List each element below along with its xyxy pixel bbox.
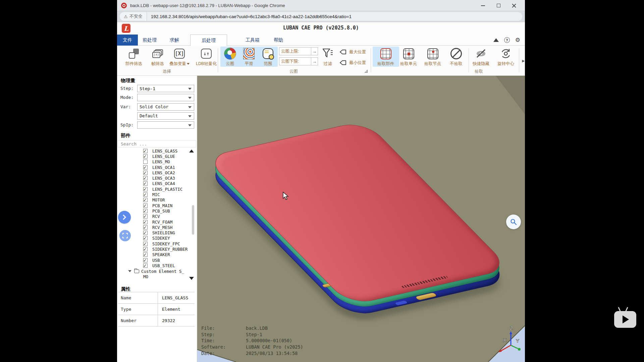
part-checkbox[interactable] [143,176,148,180]
tab-preprocess[interactable]: 前处理 [139,35,161,46]
frame-filter-button[interactable]: [f] 帧筛选 [148,47,167,67]
overlay-variable-button[interactable]: [X] 叠加变量 [166,47,193,67]
list-item[interactable]: LENS_PLASTIC [117,186,197,192]
contour-button[interactable]: 云图 [221,47,239,67]
tab-help[interactable]: 帮助 [267,35,289,46]
apply-lower-icon[interactable]: → [311,57,318,65]
part-checkbox[interactable] [143,209,148,213]
part-checkbox[interactable] [143,181,148,186]
part-checkbox[interactable] [143,198,148,202]
info-value: 2025/08/13 13:54:58 [246,351,298,356]
contour-lower-field[interactable]: 云图下限: → [279,57,318,65]
tab-postprocess[interactable]: 后处理 [190,35,227,46]
collapse-ribbon-icon[interactable] [493,38,499,42]
info-value: LUBAN CAE Pro (v2025) [246,344,303,350]
field-select[interactable]: Step-1 [137,85,194,92]
part-checkbox[interactable] [143,258,148,262]
list-item[interactable]: LENS_GLUE [117,154,197,159]
filter-button[interactable]: 过滤 [321,47,334,67]
list-item[interactable]: USB_STEEL [117,263,197,268]
tab-toolbox[interactable]: 工具箱 [241,35,264,46]
apply-upper-icon[interactable]: → [311,47,318,55]
part-checkbox[interactable] [143,160,148,164]
security-chip[interactable]: ⚠ 不安全 [120,12,147,21]
pick-part-button[interactable]: 拾取部件 [374,47,397,67]
part-checkbox[interactable] [143,214,148,219]
url-text[interactable]: 192.168.2.34:8016/apis/webapp/luban-cae?… [147,14,352,19]
table-row: Number 29322 [118,315,195,326]
quick-hide-button[interactable]: 快捷隐藏 [470,47,492,67]
list-item[interactable]: RCV_MESH [117,225,197,230]
min-position-button[interactable]: 最小位置 [339,60,366,66]
minimize-button[interactable] [475,0,491,11]
tab-solve[interactable]: 求解 [164,35,185,46]
part-checkbox[interactable] [143,252,148,257]
field-select[interactable]: Solid Color [137,103,194,111]
list-item[interactable]: LENS_OCA2 [117,170,197,175]
contour-upper-field[interactable]: 云图上限: → [279,47,318,55]
list-item[interactable]: SIDEKEY_FPC [117,241,197,246]
range-button[interactable]: 范围 [259,47,277,67]
list-item[interactable]: LENS_MO [117,159,197,165]
tab-file[interactable]: 文件 [117,35,138,46]
part-checkbox[interactable] [143,242,148,246]
address-bar[interactable]: ⚠ 不安全 192.168.2.34:8016/apis/webapp/luba… [120,12,522,21]
list-item[interactable]: MOTOR [117,197,197,203]
rotation-center-button[interactable]: 旋转中心 [494,47,517,67]
field-select[interactable] [137,121,194,129]
field-select[interactable] [137,94,194,101]
list-item[interactable]: PCB_MAIN [117,203,197,208]
ribbon-more-icon[interactable]: ► [521,58,526,63]
part-checkbox[interactable] [143,149,148,153]
part-label: SIDEKEY_FPC [152,241,180,246]
ldb-lightweight-button[interactable]: ↓↑ LDB轻量化 [193,47,220,67]
maximize-button[interactable] [491,0,506,11]
pick-node-button[interactable]: 拾取节点 [422,47,444,67]
magnifier-button[interactable] [506,215,521,229]
viewport-3d[interactable]: File: back.LDB Step: Step-1 Time: 5.0000… [197,76,525,362]
list-item[interactable]: USB [117,257,197,263]
part-checkbox[interactable] [143,236,148,240]
part-checkbox[interactable] [143,165,148,170]
list-item[interactable]: MIC [117,192,197,197]
settings-gear-icon[interactable]: ⚙ [515,37,520,43]
help-icon[interactable]: ? [504,37,510,43]
list-item[interactable]: LENS_OCA1 [117,165,197,170]
fit-view-button[interactable] [119,230,131,241]
part-label: LENS_OCA1 [152,165,175,170]
list-scrollbar[interactable] [192,205,194,235]
list-item[interactable]: LENS_GLASS [117,148,197,154]
tree-child-row[interactable]: MO [117,274,197,279]
pick-element-button[interactable]: 拾取单元 [397,47,420,67]
max-position-button[interactable]: 最大位置 [339,49,366,55]
part-checkbox[interactable] [143,154,148,159]
scroll-down-icon[interactable] [189,277,194,280]
tree-folder-row[interactable]: Custom Element S_ [117,268,197,274]
tree-expand-icon[interactable] [128,270,131,272]
part-checkbox[interactable] [143,263,148,268]
part-checkbox[interactable] [143,220,148,224]
part-checkbox[interactable] [143,192,148,197]
part-checkbox[interactable] [143,247,148,251]
list-item[interactable]: SIDEKEY_RUBBER [117,246,197,252]
smooth-button[interactable]: 平滑 [240,47,258,67]
list-item[interactable]: LENS_OCA4 [117,181,197,186]
part-checkbox[interactable] [143,225,148,230]
funnel-icon [322,48,333,59]
list-item[interactable]: SPEAKER [117,252,197,257]
part-filter-button[interactable]: 部件筛选 [122,47,146,67]
close-button[interactable] [506,0,522,11]
scroll-up-icon[interactable] [189,149,194,153]
part-checkbox[interactable] [143,231,148,235]
part-checkbox[interactable] [143,203,148,208]
no-pick-button[interactable]: 不拾取 [447,47,466,67]
field-select[interactable]: Default [137,112,194,120]
dialog-launcher-icon[interactable] [365,70,368,73]
part-checkbox[interactable] [143,187,148,191]
fullscreen-icon [122,233,128,238]
list-item[interactable]: LENS_OCA3 [117,175,197,181]
search-input[interactable] [118,140,196,147]
panel-expand-button[interactable] [118,211,131,224]
part-checkbox[interactable] [143,171,148,175]
titlebar[interactable]: back.LDB - webapp-user-12@192.168.2.79 -… [117,0,525,11]
